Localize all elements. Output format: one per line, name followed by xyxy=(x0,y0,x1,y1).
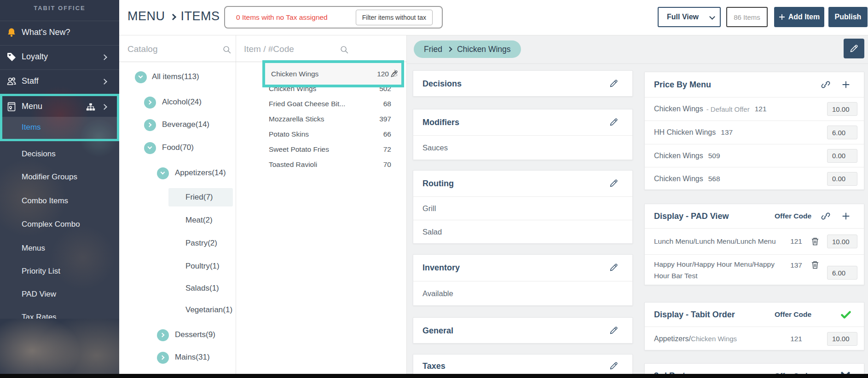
price-row: Chicken Wings - Default Offer 121 xyxy=(645,97,864,120)
search-icon[interactable] xyxy=(222,45,232,55)
tree-toggle-alcohol[interactable] xyxy=(144,97,156,109)
trash-icon[interactable] xyxy=(810,237,820,246)
sidebar-item-tax-rates[interactable]: Tax Rates xyxy=(22,313,57,319)
edit-pencil-icon[interactable] xyxy=(609,361,619,371)
tree-node-alcohol[interactable]: Alcohol(24) xyxy=(162,97,202,107)
sidebar-item-menus[interactable]: Menus xyxy=(22,244,45,253)
item-row[interactable]: Toasted Ravioli 70 xyxy=(236,157,407,172)
price-row: Chicken Wings 509 xyxy=(645,144,864,167)
price-input[interactable] xyxy=(827,235,857,248)
tree-node-food[interactable]: Food(70) xyxy=(162,143,194,152)
price-input[interactable] xyxy=(827,126,857,139)
item-row[interactable]: Mozzarella Sticks 397 xyxy=(236,112,407,127)
sidebar-item-staff[interactable]: Staff xyxy=(0,69,119,94)
price-input[interactable] xyxy=(827,332,857,346)
chevron-right-icon xyxy=(447,46,452,52)
edit-pencil-icon[interactable] xyxy=(609,79,619,88)
plus-icon[interactable] xyxy=(841,211,851,221)
breadcrumb-page: ITEMS xyxy=(181,9,220,23)
inventory-row[interactable]: Available xyxy=(413,281,632,305)
tree-toggle-mains[interactable] xyxy=(157,352,169,364)
tree-toggle-appetizers[interactable] xyxy=(157,167,169,179)
sidebar-item-modifier-groups[interactable]: Modifier Groups xyxy=(22,172,77,182)
sidebar-item-pad-view[interactable]: PAD View xyxy=(22,290,56,299)
menu-name: HH Chicken Wings xyxy=(654,128,716,137)
tree-toggle-food[interactable] xyxy=(144,142,156,154)
search-icon[interactable] xyxy=(339,45,349,55)
edit-pencil-icon[interactable] xyxy=(609,178,619,188)
edit-pencil-icon[interactable] xyxy=(609,117,619,127)
modifier-row[interactable]: Sauces xyxy=(413,135,632,160)
tree-node-meat[interactable]: Meat(2) xyxy=(185,216,213,225)
edit-pencil-icon[interactable] xyxy=(609,326,619,335)
item-row[interactable]: Potato Skins 66 xyxy=(236,127,407,142)
menu-card-icon xyxy=(6,101,17,112)
detail-breadcrumb-chip[interactable]: Fried Chicken Wings xyxy=(414,40,521,58)
item-name: Sweet Potato Fries xyxy=(269,145,329,154)
sidebar-item-loyalty[interactable]: Loyalty xyxy=(0,45,119,69)
pad-view-row: Happy Hour/Happy Hour Menu/Happy Hour Ba… xyxy=(645,254,864,286)
add-item-button[interactable]: Add Item xyxy=(774,7,824,27)
divider xyxy=(407,63,868,64)
item-name: Fried Goat Cheese Bit... xyxy=(269,100,345,108)
tree-node-mains[interactable]: Mains(31) xyxy=(175,353,210,362)
item-name: Toasted Ravioli xyxy=(269,160,317,169)
card-title: Inventory xyxy=(422,263,460,273)
routing-row[interactable]: Salad xyxy=(413,220,632,244)
tree-toggle-beverage[interactable] xyxy=(144,119,156,131)
sidebar-item-label: Loyalty xyxy=(22,52,48,62)
publish-button[interactable]: Publish xyxy=(828,7,868,27)
tree-node-vegetarian[interactable]: Vegetarian(1) xyxy=(185,305,232,315)
sidebar-item-label: Items xyxy=(22,123,41,132)
routing-row[interactable]: Grill xyxy=(413,196,632,220)
sidebar-item-whats-new[interactable]: What's New? xyxy=(0,21,119,45)
menu-path: Lunch Menu/Lunch Menu/Lunch Menu xyxy=(654,237,776,246)
view-select-dropdown[interactable]: Full View xyxy=(658,7,721,27)
price-input[interactable] xyxy=(827,149,857,163)
tree-node-beverage[interactable]: Beverage(14) xyxy=(162,120,209,129)
tree-node-salads[interactable]: Salads(1) xyxy=(185,284,219,293)
tree-node-pastry[interactable]: Pastry(2) xyxy=(185,239,217,248)
item-search-input[interactable] xyxy=(243,44,330,55)
filter-items-without-tax-button[interactable]: Filter items without tax xyxy=(356,10,433,25)
tree-node-poultry[interactable]: Poultry(1) xyxy=(185,262,220,271)
trash-icon[interactable] xyxy=(810,260,820,269)
sidebar-item-items-selected[interactable]: Items xyxy=(2,117,117,139)
price-input[interactable] xyxy=(827,172,857,186)
brand-title: TABIT OFFICE xyxy=(0,5,119,11)
offer-code: 568 xyxy=(708,175,720,183)
offer-code-label: Offer Code xyxy=(775,310,811,319)
price-input[interactable] xyxy=(827,102,857,116)
item-code: 397 xyxy=(379,115,391,123)
check-icon xyxy=(840,309,852,321)
sidebar-item-menu[interactable]: Menu xyxy=(0,95,119,119)
sidebar-item-label: What's New? xyxy=(22,28,70,37)
selected-item-row[interactable]: Chicken Wings 120 xyxy=(262,60,404,87)
tree-node-fried[interactable]: Fried(7) xyxy=(185,193,213,202)
offer-code: 121 xyxy=(755,105,767,113)
tree-node-desserts[interactable]: Desserts(9) xyxy=(175,330,215,339)
plus-icon[interactable] xyxy=(841,80,851,90)
link-icon[interactable] xyxy=(821,211,831,221)
tree-toggle-all-items[interactable] xyxy=(135,71,147,83)
edit-pencil-icon[interactable] xyxy=(609,263,619,272)
tree-node-appetizers[interactable]: Appetizers(14) xyxy=(175,168,226,178)
card-title: Modifiers xyxy=(422,118,459,127)
price-row: HH Chicken Wings 137 xyxy=(645,120,864,144)
tree-node-all-items[interactable]: All items(113) xyxy=(152,72,199,81)
sidebar-item-combo-items[interactable]: Combo Items xyxy=(22,196,68,206)
people-icon xyxy=(6,76,17,87)
tree-toggle-desserts[interactable] xyxy=(157,329,169,341)
catalog-search-input[interactable] xyxy=(127,44,219,55)
sidebar-item-complex-combo[interactable]: Complex Combo xyxy=(22,220,80,229)
breadcrumb-section: MENU xyxy=(127,9,165,23)
row-label: Salad xyxy=(422,228,442,236)
sidebar-item-decisions[interactable]: Decisions xyxy=(22,149,56,159)
sidebar-item-priority-list[interactable]: Priority List xyxy=(22,267,60,276)
edit-item-button[interactable] xyxy=(844,39,864,58)
bottom-black-bar xyxy=(0,374,868,378)
item-row[interactable]: Sweet Potato Fries 72 xyxy=(236,142,407,157)
item-row[interactable]: Fried Goat Cheese Bit... 68 xyxy=(236,97,407,112)
link-icon[interactable] xyxy=(821,80,831,90)
price-input[interactable] xyxy=(827,266,857,280)
